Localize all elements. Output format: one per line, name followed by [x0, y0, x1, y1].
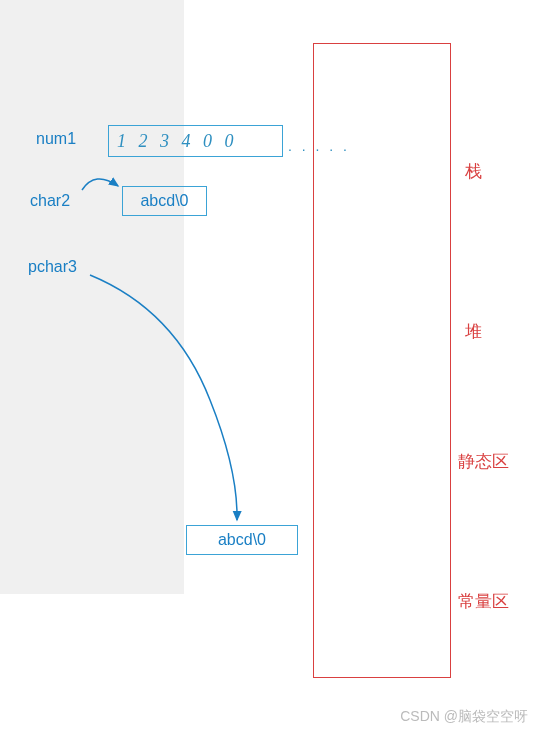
const-string-content: abcd\0 [218, 531, 266, 549]
static-region-label: 静态区 [458, 450, 509, 473]
heap-region-label: 堆 [465, 320, 482, 343]
const-region-label: 常量区 [458, 590, 509, 613]
stack-region-label: 栈 [465, 160, 482, 183]
char2-content: abcd\0 [140, 192, 188, 210]
watermark-text: CSDN @脑袋空空呀 [400, 708, 528, 726]
num1-content: 1 2 3 4 0 0 [117, 131, 238, 152]
char2-array-box: abcd\0 [122, 186, 207, 216]
num1-label: num1 [36, 130, 76, 148]
gray-sidebar-bg [0, 0, 184, 594]
pchar3-label: pchar3 [28, 258, 77, 276]
const-string-box: abcd\0 [186, 525, 298, 555]
char2-label: char2 [30, 192, 70, 210]
num1-ellipsis: . . . . . [288, 138, 350, 154]
num1-array-box: 1 2 3 4 0 0 [108, 125, 283, 157]
